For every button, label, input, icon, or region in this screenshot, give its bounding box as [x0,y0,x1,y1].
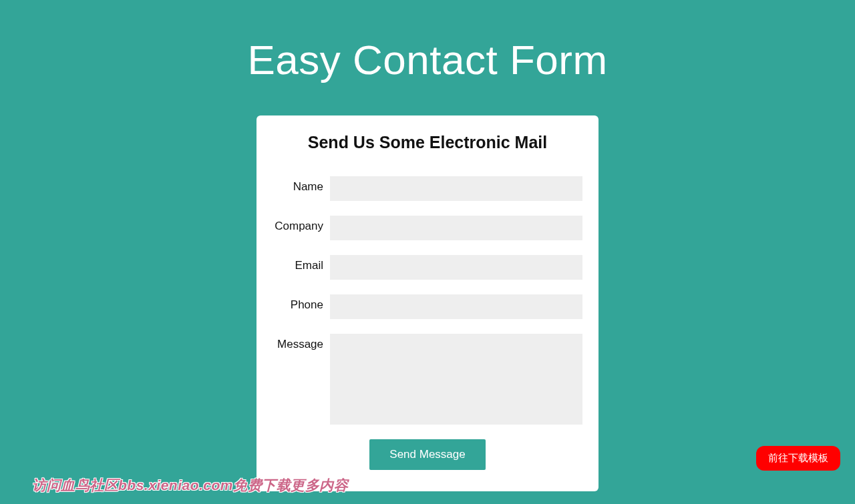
contact-form-card: Send Us Some Electronic Mail Name Compan… [256,115,598,491]
email-label: Email [273,255,330,272]
message-label: Message [273,334,330,351]
form-row-message: Message [273,334,582,425]
form-row-email: Email [273,255,582,280]
phone-label: Phone [273,294,330,312]
page-title: Easy Contact Form [0,36,855,83]
send-message-button[interactable]: Send Message [369,439,485,470]
form-row-name: Name [273,176,582,201]
message-textarea[interactable] [330,334,582,425]
name-input[interactable] [330,176,582,201]
submit-wrap: Send Message [273,439,582,470]
card-title: Send Us Some Electronic Mail [273,133,582,152]
company-input[interactable] [330,216,582,240]
form-row-company: Company [273,216,582,240]
watermark-text: 访问血鸟社区bbs.xieniao.com免费下载更多内容 [32,476,348,495]
phone-input[interactable] [330,294,582,319]
name-label: Name [273,176,330,194]
form-row-phone: Phone [273,294,582,319]
download-template-button[interactable]: 前往下载模板 [756,446,840,471]
email-input[interactable] [330,255,582,280]
company-label: Company [273,216,330,233]
